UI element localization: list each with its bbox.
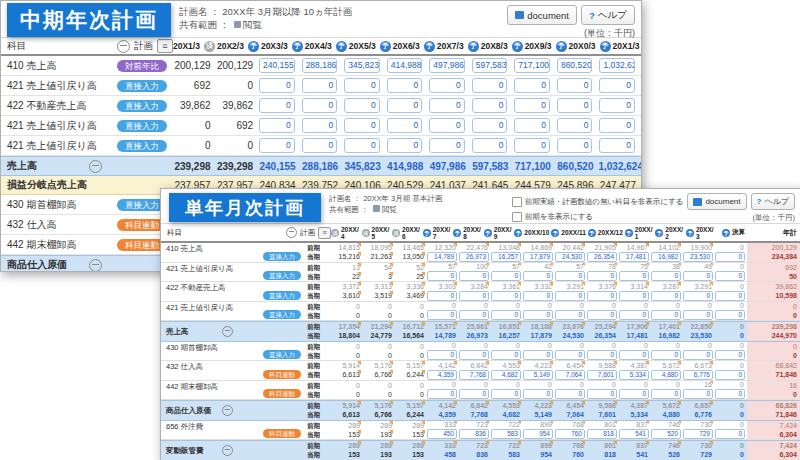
value-input[interactable]: 0: [523, 291, 553, 301]
collapse-icon[interactable]: [222, 445, 233, 456]
hide-previous-period-checkbox[interactable]: 前期を非表示にする: [512, 212, 593, 222]
value-input[interactable]: 0: [514, 98, 550, 113]
value-input[interactable]: 760: [555, 429, 585, 439]
input-method-badge[interactable]: 科目連動: [263, 389, 301, 398]
value-input[interactable]: 4,359: [427, 370, 457, 380]
value-input[interactable]: 0: [472, 78, 508, 93]
value-input[interactable]: 0: [599, 98, 635, 113]
help-button[interactable]: ?ヘルプ: [581, 5, 635, 25]
value-input[interactable]: 0: [683, 271, 713, 281]
value-input[interactable]: 0: [619, 291, 649, 301]
document-button[interactable]: document: [507, 5, 577, 25]
value-input[interactable]: 0: [555, 291, 585, 301]
value-input[interactable]: 0: [683, 350, 713, 360]
value-input[interactable]: 0: [491, 310, 521, 320]
value-input[interactable]: 0: [302, 118, 338, 133]
list-settings-icon[interactable]: ≡: [318, 227, 331, 239]
value-input[interactable]: 0: [429, 138, 465, 153]
value-input[interactable]: 0: [514, 78, 550, 93]
value-input[interactable]: 0: [302, 78, 338, 93]
value-input[interactable]: 0: [459, 310, 489, 320]
value-input[interactable]: 0: [651, 310, 681, 320]
input-method-badge[interactable]: 直接入力: [117, 100, 167, 112]
value-input[interactable]: 7,768: [459, 370, 489, 380]
value-input[interactable]: 0: [344, 138, 380, 153]
input-method-badge[interactable]: 直接入力: [263, 252, 301, 261]
value-input[interactable]: 4,682: [491, 370, 521, 380]
value-input[interactable]: 836: [459, 429, 489, 439]
value-input[interactable]: 0: [557, 98, 593, 113]
value-input[interactable]: 240,155: [259, 58, 295, 73]
value-input[interactable]: 0: [459, 350, 489, 360]
value-input[interactable]: 0: [514, 138, 550, 153]
value-input[interactable]: 0: [427, 389, 457, 399]
value-input[interactable]: 0: [344, 118, 380, 133]
value-input[interactable]: 0: [387, 98, 423, 113]
value-input[interactable]: 0: [651, 271, 681, 281]
value-input[interactable]: 5,149: [523, 370, 553, 380]
value-input[interactable]: 541: [619, 429, 649, 439]
value-input[interactable]: 0: [683, 291, 713, 301]
value-input[interactable]: 0: [344, 78, 380, 93]
input-method-badge[interactable]: 直接入力: [263, 271, 301, 280]
hide-empty-accounts-checkbox[interactable]: 前期実績・計画数値の無い科目を非表示にする: [512, 197, 684, 207]
input-method-badge[interactable]: 直接入力: [117, 80, 167, 92]
value-input[interactable]: 818: [587, 429, 617, 439]
value-input[interactable]: 0: [587, 350, 617, 360]
value-input[interactable]: 0: [429, 98, 465, 113]
input-method-badge[interactable]: 直接入力: [263, 350, 301, 359]
value-input[interactable]: 0: [619, 350, 649, 360]
value-input[interactable]: 450: [427, 429, 457, 439]
value-input[interactable]: 497,986: [429, 58, 465, 73]
value-input[interactable]: 0: [555, 271, 585, 281]
value-input[interactable]: 0: [259, 98, 295, 113]
value-input[interactable]: 0: [715, 252, 745, 262]
value-input[interactable]: 26,354: [587, 252, 617, 262]
input-method-badge[interactable]: 科目連動: [263, 370, 301, 379]
value-input[interactable]: 24,530: [555, 252, 585, 262]
value-input[interactable]: 0: [651, 350, 681, 360]
value-input[interactable]: 0: [587, 310, 617, 320]
value-input[interactable]: 583: [491, 429, 521, 439]
value-input[interactable]: 17,481: [619, 252, 649, 262]
collapse-icon[interactable]: [89, 259, 102, 272]
collapse-icon[interactable]: [222, 405, 233, 416]
value-input[interactable]: 288,186: [302, 58, 338, 73]
value-input[interactable]: 0: [651, 291, 681, 301]
value-input[interactable]: 0: [715, 389, 745, 399]
value-input[interactable]: 23,530: [683, 252, 713, 262]
collapse-all-icon[interactable]: [117, 40, 130, 53]
value-input[interactable]: 0: [715, 370, 745, 380]
value-input[interactable]: 0: [459, 291, 489, 301]
value-input[interactable]: 0: [683, 389, 713, 399]
document-button[interactable]: document: [687, 193, 746, 210]
value-input[interactable]: 0: [387, 138, 423, 153]
value-input[interactable]: 0: [491, 271, 521, 281]
list-settings-icon[interactable]: ≡: [157, 39, 173, 53]
value-input[interactable]: 954: [523, 429, 553, 439]
value-input[interactable]: 0: [599, 78, 635, 93]
value-input[interactable]: 0: [523, 389, 553, 399]
input-method-badge[interactable]: 科目連動: [263, 429, 301, 438]
value-input[interactable]: 0: [715, 350, 745, 360]
input-method-badge[interactable]: 対前年比: [117, 60, 167, 72]
value-input[interactable]: 860,520: [557, 58, 593, 73]
value-input[interactable]: 0: [302, 138, 338, 153]
value-input[interactable]: 0: [523, 271, 553, 281]
value-input[interactable]: 0: [523, 310, 553, 320]
input-method-badge[interactable]: 直接入力: [263, 310, 301, 319]
value-input[interactable]: 0: [523, 350, 553, 360]
value-input[interactable]: 0: [427, 310, 457, 320]
value-input[interactable]: 0: [599, 138, 635, 153]
value-input[interactable]: 414,988: [387, 58, 423, 73]
value-input[interactable]: 0: [587, 389, 617, 399]
value-input[interactable]: 0: [599, 118, 635, 133]
value-input[interactable]: 0: [587, 271, 617, 281]
value-input[interactable]: 5,334: [619, 370, 649, 380]
value-input[interactable]: 0: [387, 78, 423, 93]
value-input[interactable]: 0: [715, 291, 745, 301]
value-input[interactable]: 0: [472, 118, 508, 133]
value-input[interactable]: 717,100: [514, 58, 550, 73]
value-input[interactable]: 0: [619, 271, 649, 281]
value-input[interactable]: 0: [472, 98, 508, 113]
